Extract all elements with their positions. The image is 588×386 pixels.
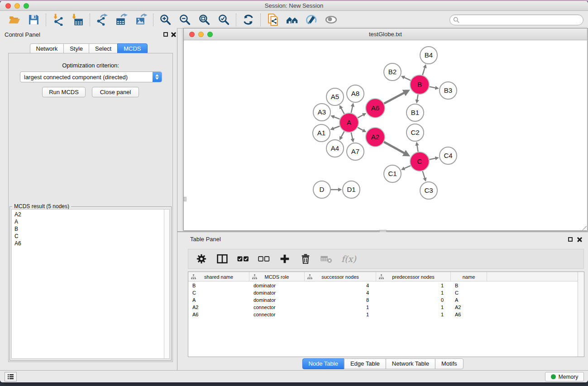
cell-shared-name[interactable]: A6 [188,311,249,318]
edge-A6-B[interactable] [384,91,407,104]
open-session-button[interactable] [5,12,24,28]
node-A7[interactable]: A7 [347,143,364,160]
cell-successor-nodes[interactable]: 1 [305,304,376,311]
clone-network-button[interactable] [263,12,282,28]
cell-shared-name[interactable]: A [188,296,249,304]
tab-edge-table[interactable]: Edge Table [344,358,386,369]
table-row-C[interactable]: Cdominator41C [188,289,584,296]
table-row-A2[interactable]: A2connector11A2 [188,304,584,311]
table-panel-close-button[interactable] [577,237,582,242]
search-input[interactable] [459,16,583,24]
node-B[interactable]: B [410,75,429,94]
cell-successor-nodes[interactable]: 8 [305,296,376,304]
edge-B-B1[interactable] [417,95,418,102]
style-brush-button[interactable] [302,12,321,28]
node-A6[interactable]: A6 [366,99,385,118]
node-B3[interactable]: B3 [440,82,457,99]
node-A[interactable]: A [339,113,359,132]
column-header-successor-nodes[interactable]: successor nodes [305,272,376,281]
zoom-selected-button[interactable] [214,12,234,28]
node-A1[interactable]: A1 [313,124,330,142]
node-B4[interactable]: B4 [420,47,437,64]
cell-MCDS-role[interactable]: connector [249,304,305,311]
cell-predecessor-nodes[interactable]: 1 [376,282,451,289]
node-B2[interactable]: B2 [384,63,401,81]
edge-B-B3[interactable] [430,86,438,88]
close-panel-button[interactable]: Close panel [92,87,139,97]
canvas-edge-grip[interactable] [184,197,186,201]
column-header-MCDS-role[interactable]: MCDS role [249,272,305,281]
network-window-titlebar[interactable]: testGlobe.txt [184,29,587,40]
node-C4[interactable]: C4 [440,147,457,164]
edge-C-C3[interactable] [423,171,425,180]
node-A3[interactable]: A3 [313,104,330,121]
cell-successor-nodes[interactable]: 4 [305,282,376,289]
cell-predecessor-nodes[interactable]: 0 [376,296,451,304]
zoom-fit-button[interactable] [195,12,214,28]
node-A4[interactable]: A4 [326,140,344,157]
network-graph[interactable]: B4B2BB3A8A5A6A3B1AA1C2A2A4A7C4CC1C3DD1 [184,41,587,231]
cell-MCDS-role[interactable]: dominator [249,282,305,289]
edge-A2-C[interactable] [384,142,407,155]
tab-network-table[interactable]: Network Table [386,358,435,369]
delete-table-button[interactable] [320,252,332,266]
table-row-A[interactable]: Adominator80A [188,296,584,304]
cell-shared-name[interactable]: A2 [188,304,249,311]
control-panel-float-button[interactable] [163,32,168,37]
tab-node-table[interactable]: Node Table [302,358,344,369]
mcds-result-list[interactable]: A2ABCA6 [11,209,170,359]
control-panel-close-button[interactable] [171,32,176,37]
table-row-A6[interactable]: A6connector11A6 [188,311,584,318]
cell-name[interactable]: A [451,296,487,304]
edge-A-A6[interactable] [358,114,365,118]
deselect-all-button[interactable] [258,252,270,266]
cell-successor-nodes[interactable]: 1 [305,311,376,318]
save-session-button[interactable] [24,12,43,28]
delete-column-button[interactable] [300,252,311,266]
table-scrollbar[interactable] [578,272,584,357]
search-field[interactable] [449,14,583,25]
network-resize-grip[interactable] [580,224,587,230]
node-C1[interactable]: C1 [384,165,401,182]
zoom-out-button[interactable] [175,12,195,28]
edge-C-C4[interactable] [430,158,438,160]
show-networks-button[interactable] [282,12,302,28]
memory-button[interactable]: Memory [545,372,584,381]
table-row-B[interactable]: Bdominator41B [188,282,584,289]
cell-MCDS-role[interactable]: dominator [249,296,305,304]
cell-predecessor-nodes[interactable]: 1 [376,304,451,311]
cell-shared-name[interactable]: C [188,289,249,296]
optimization-criterion-select[interactable]: largest connected component (directed) [20,71,162,82]
edge-A-A7[interactable] [351,132,353,141]
edge-A-A5[interactable] [340,106,344,114]
node-A2[interactable]: A2 [366,128,385,147]
export-table-button[interactable] [112,12,131,28]
add-column-button[interactable] [279,252,291,266]
import-table-button[interactable] [68,12,87,28]
node-A5[interactable]: A5 [326,88,344,105]
node-C[interactable]: C [410,152,429,171]
mcds-result-scrollbar[interactable] [164,209,170,359]
cell-MCDS-role[interactable]: dominator [249,289,305,296]
cell-shared-name[interactable]: B [188,282,249,289]
column-header-shared-name[interactable]: shared name [188,272,249,281]
edge-A-A1[interactable] [331,126,339,129]
node-B1[interactable]: B1 [406,104,424,121]
cell-successor-nodes[interactable]: 4 [305,289,376,296]
export-network-button[interactable] [92,12,112,28]
cell-predecessor-nodes[interactable]: 1 [376,311,451,318]
column-header-predecessor-nodes[interactable]: predecessor nodes [376,272,451,281]
cell-name[interactable]: A2 [451,304,487,311]
edge-A-A4[interactable] [340,131,344,139]
edge-C-C1[interactable] [402,166,411,169]
refresh-button[interactable] [239,12,258,28]
node-D1[interactable]: D1 [343,181,360,198]
export-image-button[interactable] [131,12,151,28]
edge-B-B2[interactable] [402,76,411,81]
cell-name[interactable]: B [451,282,487,289]
table-settings-button[interactable] [196,252,207,266]
cell-MCDS-role[interactable]: connector [249,311,305,318]
edge-A-A8[interactable] [351,104,353,113]
toggle-panes-button[interactable] [216,252,228,266]
cell-predecessor-nodes[interactable]: 1 [376,289,451,296]
